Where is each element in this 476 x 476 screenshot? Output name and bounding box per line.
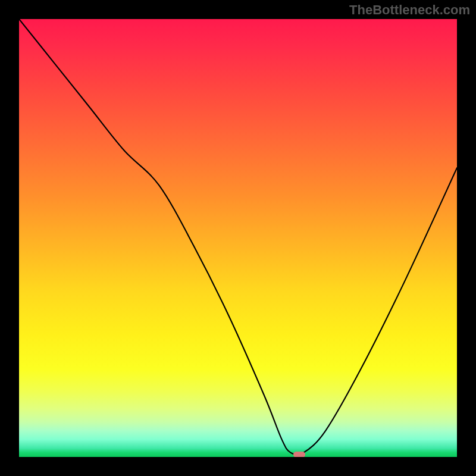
bottleneck-curve (19, 19, 457, 457)
watermark-text: TheBottleneck.com (349, 2, 470, 18)
plot-area (19, 19, 457, 457)
optimal-point-marker (293, 452, 305, 457)
